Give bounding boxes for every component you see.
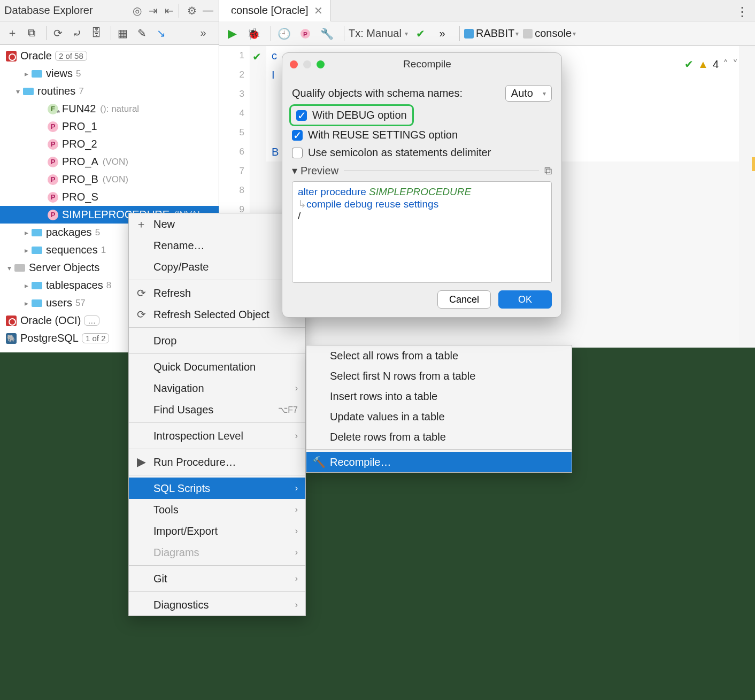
history-icon[interactable]: 🕘 [275, 25, 292, 42]
warn-stripe [752, 157, 755, 171]
folder-icon [32, 229, 42, 236]
expand-all-icon[interactable]: ⇤ [163, 4, 175, 17]
ctx-tools[interactable]: Tools› [129, 499, 305, 520]
node-proS[interactable]: PPRO_S [0, 188, 219, 206]
node-proA[interactable]: PPRO_A(VON) [0, 153, 219, 171]
ctx-git[interactable]: Git› [129, 568, 305, 589]
node-views[interactable]: ▸ views 5 [0, 65, 219, 82]
context-menu: ＋New Rename…› Copy/Paste ⟳Refresh ⟳Refre… [128, 213, 306, 616]
kebab-menu-icon[interactable]: ⋮ [736, 4, 749, 19]
separator [179, 4, 179, 18]
sub-insert[interactable]: Insert rows into a table [306, 386, 572, 406]
preview-code[interactable]: alter procedure SIMPLEPROCEDURE ↳compile… [292, 181, 552, 283]
editor-gutter: 1 2 3 4 5 6 7 8 9 [219, 46, 250, 219]
console-picker[interactable]: console▾ [523, 27, 576, 40]
ctx-diagnostics[interactable]: Diagnostics› [129, 594, 305, 616]
ctx-rename[interactable]: Rename…› [129, 235, 305, 256]
tab-console[interactable]: console [Oracle] ✕ [219, 0, 331, 21]
ctx-new[interactable]: ＋New [129, 213, 305, 235]
target-icon[interactable]: ◎ [130, 4, 143, 17]
ctx-refresh[interactable]: ⟳Refresh [129, 282, 305, 304]
chevron-right-icon: ▸ [21, 70, 31, 78]
tx-mode[interactable]: Tx: Manual▾ [349, 27, 408, 40]
popout-icon[interactable]: ⧉ [544, 165, 552, 177]
db-toolbar: ＋ ⧉ ⟳ ⤾ 🗄 ▦ ✎ ↘ » [0, 21, 219, 45]
chevron-down-icon[interactable]: ▾ [292, 164, 297, 177]
collapse-all-icon[interactable]: ⇥ [147, 4, 159, 17]
ds-oracle[interactable]: Oracle 2 of 58 [0, 47, 219, 65]
sql-scripts-submenu: Select all rows from a table Select firs… [306, 345, 572, 473]
inspection-widget[interactable]: ✔ ▲ 4 ˄ ˅ [684, 58, 738, 71]
window-minimize-icon[interactable] [303, 60, 311, 68]
debug-icon[interactable]: 🐞 [245, 25, 262, 42]
folder-icon [32, 299, 42, 307]
node-pro1[interactable]: PPRO_1 [0, 118, 219, 135]
dialog-title: Recompile [330, 58, 525, 70]
ctx-refresh-selected[interactable]: ⟳Refresh Selected Object [129, 304, 305, 325]
sync-icon[interactable]: ⤾ [69, 25, 85, 41]
chevron-up-icon[interactable]: ˄ [723, 58, 728, 71]
ctx-navigation[interactable]: Navigation› [129, 378, 305, 399]
sub-recompile[interactable]: 🔨Recompile… [306, 452, 572, 472]
ctx-find-usages[interactable]: Find Usages⌥F7 [129, 399, 305, 420]
window-close-icon[interactable] [290, 60, 298, 68]
ds-oracle-label: Oracle [20, 50, 52, 62]
tab-label: console [Oracle] [231, 4, 309, 17]
dialog-titlebar: Recompile [282, 53, 561, 75]
more-icon[interactable]: » [195, 25, 211, 41]
reuse-settings-checkbox[interactable]: ✓ [292, 130, 303, 141]
ds-oracle-filter: 2 of 58 [55, 51, 87, 61]
debug-option-checkbox[interactable]: ✓ [296, 110, 307, 121]
debug-option-highlight: ✓ With DEBUG option [292, 107, 411, 124]
debug-option-label: With DEBUG option [312, 109, 407, 121]
commit-icon[interactable]: ✔ [412, 25, 429, 42]
edit-icon[interactable]: ✎ [134, 25, 150, 41]
folder-icon [32, 247, 42, 254]
sub-update[interactable]: Update values in a table [306, 406, 572, 427]
folder-icon [23, 88, 34, 95]
gutter-ok-icon: ✔ [252, 50, 261, 63]
datasource-picker[interactable]: RABBIT▾ [464, 27, 519, 40]
gear-icon[interactable]: ⚙ [186, 4, 198, 17]
qualify-dropdown[interactable]: Auto ▾ [505, 85, 552, 102]
ok-button[interactable]: OK [498, 290, 552, 309]
ctx-copy[interactable]: Copy/Paste [129, 256, 305, 278]
procedure-icon: P [48, 139, 58, 150]
node-fun42[interactable]: F FUN42 (): natural [0, 100, 219, 118]
more-icon[interactable]: » [434, 25, 451, 42]
wrench-icon[interactable]: 🔧 [318, 25, 335, 42]
ctx-sql-scripts[interactable]: SQL Scripts› [129, 478, 305, 499]
refresh-icon[interactable]: ⟳ [50, 25, 66, 41]
table-icon[interactable]: ▦ [114, 25, 130, 41]
semicolon-checkbox[interactable] [292, 148, 303, 158]
node-routines[interactable]: ▾ routines 7 [0, 82, 219, 100]
duplicate-icon[interactable]: ⧉ [24, 25, 40, 41]
ctx-run-procedure[interactable]: ▶Run Procedure… [129, 451, 305, 473]
run-icon[interactable]: ▶ [224, 25, 241, 42]
preview-label: Preview [301, 165, 338, 177]
profile-icon[interactable]: P [297, 25, 314, 42]
chevron-down-icon: ▾ [543, 90, 546, 97]
add-icon[interactable]: ＋ [4, 25, 20, 41]
node-proB[interactable]: PPRO_B(VON) [0, 171, 219, 188]
sub-select-all[interactable]: Select all rows from a table [306, 345, 572, 366]
editor-tab-bar: console [Oracle] ✕ [219, 0, 755, 21]
ctx-introspection[interactable]: Introspection Level› [129, 425, 305, 447]
chevron-down-icon[interactable]: ˅ [733, 58, 738, 71]
db-sync-icon[interactable]: 🗄 [88, 25, 104, 41]
ctx-drop[interactable]: Drop [129, 330, 305, 351]
ellipsis-pill: … [84, 316, 99, 326]
jump-icon[interactable]: ↘ [153, 25, 169, 41]
postgres-icon: 🐘 [6, 333, 17, 344]
sub-select-n[interactable]: Select first N rows from a table [306, 366, 572, 386]
node-pro2[interactable]: PPRO_2 [0, 135, 219, 153]
cancel-button[interactable]: Cancel [437, 290, 491, 309]
chevron-down-icon: ▾ [13, 87, 22, 96]
oracle-icon [6, 316, 17, 326]
ctx-import-export[interactable]: Import/Export› [129, 520, 305, 542]
window-zoom-icon[interactable] [317, 60, 325, 68]
minimize-icon[interactable]: — [202, 4, 214, 17]
close-icon[interactable]: ✕ [314, 4, 323, 17]
sub-delete[interactable]: Delete rows from a table [306, 427, 572, 447]
ctx-quick-doc[interactable]: Quick Documentation [129, 356, 305, 378]
